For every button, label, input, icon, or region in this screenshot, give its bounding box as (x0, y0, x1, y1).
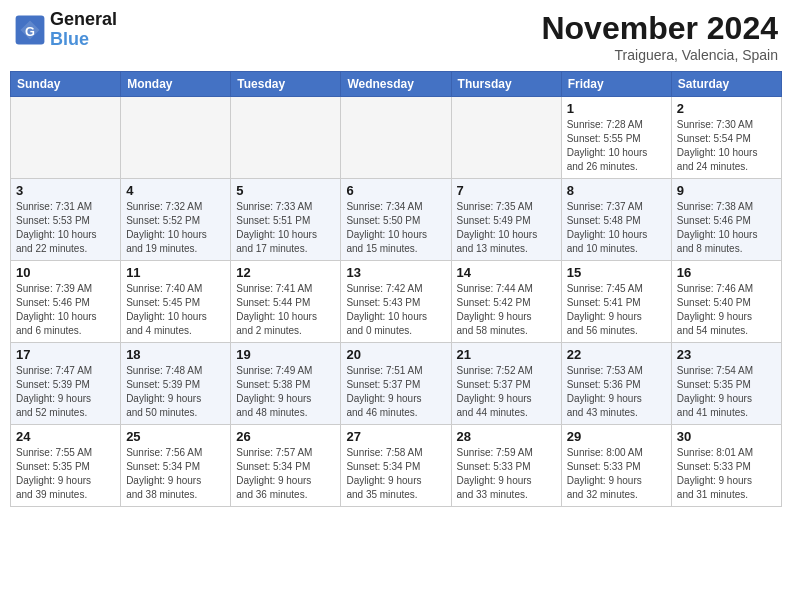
location-subtitle: Traiguera, Valencia, Spain (541, 47, 778, 63)
weekday-header-thursday: Thursday (451, 72, 561, 97)
day-number: 18 (126, 347, 225, 362)
page-header: G GeneralBlue November 2024 Traiguera, V… (10, 10, 782, 63)
calendar-day-cell: 25Sunrise: 7:56 AMSunset: 5:34 PMDayligh… (121, 425, 231, 507)
calendar-day-cell: 9Sunrise: 7:38 AMSunset: 5:46 PMDaylight… (671, 179, 781, 261)
day-info: Sunrise: 7:48 AMSunset: 5:39 PMDaylight:… (126, 364, 225, 420)
day-number: 20 (346, 347, 445, 362)
weekday-header-saturday: Saturday (671, 72, 781, 97)
day-info: Sunrise: 7:52 AMSunset: 5:37 PMDaylight:… (457, 364, 556, 420)
calendar-day-cell: 29Sunrise: 8:00 AMSunset: 5:33 PMDayligh… (561, 425, 671, 507)
calendar-day-cell: 17Sunrise: 7:47 AMSunset: 5:39 PMDayligh… (11, 343, 121, 425)
calendar-day-cell: 21Sunrise: 7:52 AMSunset: 5:37 PMDayligh… (451, 343, 561, 425)
calendar-day-cell: 8Sunrise: 7:37 AMSunset: 5:48 PMDaylight… (561, 179, 671, 261)
day-number: 27 (346, 429, 445, 444)
day-info: Sunrise: 7:37 AMSunset: 5:48 PMDaylight:… (567, 200, 666, 256)
calendar-day-cell: 24Sunrise: 7:55 AMSunset: 5:35 PMDayligh… (11, 425, 121, 507)
weekday-header-tuesday: Tuesday (231, 72, 341, 97)
day-info: Sunrise: 7:32 AMSunset: 5:52 PMDaylight:… (126, 200, 225, 256)
day-number: 3 (16, 183, 115, 198)
weekday-header-row: SundayMondayTuesdayWednesdayThursdayFrid… (11, 72, 782, 97)
day-info: Sunrise: 7:28 AMSunset: 5:55 PMDaylight:… (567, 118, 666, 174)
day-number: 16 (677, 265, 776, 280)
calendar-day-cell (121, 97, 231, 179)
day-number: 29 (567, 429, 666, 444)
logo: G GeneralBlue (14, 10, 117, 50)
day-number: 22 (567, 347, 666, 362)
calendar-day-cell: 23Sunrise: 7:54 AMSunset: 5:35 PMDayligh… (671, 343, 781, 425)
day-number: 13 (346, 265, 445, 280)
day-info: Sunrise: 7:56 AMSunset: 5:34 PMDaylight:… (126, 446, 225, 502)
logo-icon: G (14, 14, 46, 46)
day-info: Sunrise: 7:30 AMSunset: 5:54 PMDaylight:… (677, 118, 776, 174)
day-info: Sunrise: 7:51 AMSunset: 5:37 PMDaylight:… (346, 364, 445, 420)
weekday-header-friday: Friday (561, 72, 671, 97)
day-number: 12 (236, 265, 335, 280)
logo-text: GeneralBlue (50, 10, 117, 50)
day-info: Sunrise: 7:31 AMSunset: 5:53 PMDaylight:… (16, 200, 115, 256)
day-info: Sunrise: 7:58 AMSunset: 5:34 PMDaylight:… (346, 446, 445, 502)
day-info: Sunrise: 7:44 AMSunset: 5:42 PMDaylight:… (457, 282, 556, 338)
calendar-day-cell: 27Sunrise: 7:58 AMSunset: 5:34 PMDayligh… (341, 425, 451, 507)
day-info: Sunrise: 7:39 AMSunset: 5:46 PMDaylight:… (16, 282, 115, 338)
calendar-day-cell: 11Sunrise: 7:40 AMSunset: 5:45 PMDayligh… (121, 261, 231, 343)
calendar-day-cell: 28Sunrise: 7:59 AMSunset: 5:33 PMDayligh… (451, 425, 561, 507)
month-year-title: November 2024 (541, 10, 778, 47)
calendar-day-cell: 4Sunrise: 7:32 AMSunset: 5:52 PMDaylight… (121, 179, 231, 261)
calendar-day-cell: 14Sunrise: 7:44 AMSunset: 5:42 PMDayligh… (451, 261, 561, 343)
day-info: Sunrise: 7:46 AMSunset: 5:40 PMDaylight:… (677, 282, 776, 338)
calendar-day-cell: 2Sunrise: 7:30 AMSunset: 5:54 PMDaylight… (671, 97, 781, 179)
day-info: Sunrise: 7:34 AMSunset: 5:50 PMDaylight:… (346, 200, 445, 256)
day-info: Sunrise: 7:42 AMSunset: 5:43 PMDaylight:… (346, 282, 445, 338)
calendar-day-cell: 6Sunrise: 7:34 AMSunset: 5:50 PMDaylight… (341, 179, 451, 261)
day-info: Sunrise: 7:38 AMSunset: 5:46 PMDaylight:… (677, 200, 776, 256)
calendar-day-cell: 10Sunrise: 7:39 AMSunset: 5:46 PMDayligh… (11, 261, 121, 343)
day-number: 26 (236, 429, 335, 444)
calendar-day-cell: 3Sunrise: 7:31 AMSunset: 5:53 PMDaylight… (11, 179, 121, 261)
calendar-day-cell: 15Sunrise: 7:45 AMSunset: 5:41 PMDayligh… (561, 261, 671, 343)
day-info: Sunrise: 7:53 AMSunset: 5:36 PMDaylight:… (567, 364, 666, 420)
day-info: Sunrise: 7:49 AMSunset: 5:38 PMDaylight:… (236, 364, 335, 420)
calendar-day-cell: 16Sunrise: 7:46 AMSunset: 5:40 PMDayligh… (671, 261, 781, 343)
day-info: Sunrise: 8:00 AMSunset: 5:33 PMDaylight:… (567, 446, 666, 502)
weekday-header-monday: Monday (121, 72, 231, 97)
day-number: 28 (457, 429, 556, 444)
title-block: November 2024 Traiguera, Valencia, Spain (541, 10, 778, 63)
day-number: 14 (457, 265, 556, 280)
weekday-header-sunday: Sunday (11, 72, 121, 97)
calendar-day-cell: 1Sunrise: 7:28 AMSunset: 5:55 PMDaylight… (561, 97, 671, 179)
day-number: 10 (16, 265, 115, 280)
day-number: 5 (236, 183, 335, 198)
calendar-day-cell (341, 97, 451, 179)
calendar-day-cell: 5Sunrise: 7:33 AMSunset: 5:51 PMDaylight… (231, 179, 341, 261)
calendar-week-row: 10Sunrise: 7:39 AMSunset: 5:46 PMDayligh… (11, 261, 782, 343)
calendar-day-cell: 18Sunrise: 7:48 AMSunset: 5:39 PMDayligh… (121, 343, 231, 425)
day-number: 17 (16, 347, 115, 362)
day-info: Sunrise: 7:45 AMSunset: 5:41 PMDaylight:… (567, 282, 666, 338)
day-info: Sunrise: 7:35 AMSunset: 5:49 PMDaylight:… (457, 200, 556, 256)
calendar-day-cell: 20Sunrise: 7:51 AMSunset: 5:37 PMDayligh… (341, 343, 451, 425)
day-info: Sunrise: 7:54 AMSunset: 5:35 PMDaylight:… (677, 364, 776, 420)
calendar-day-cell (11, 97, 121, 179)
calendar-day-cell: 12Sunrise: 7:41 AMSunset: 5:44 PMDayligh… (231, 261, 341, 343)
day-info: Sunrise: 7:41 AMSunset: 5:44 PMDaylight:… (236, 282, 335, 338)
day-info: Sunrise: 7:59 AMSunset: 5:33 PMDaylight:… (457, 446, 556, 502)
calendar-day-cell: 13Sunrise: 7:42 AMSunset: 5:43 PMDayligh… (341, 261, 451, 343)
day-number: 7 (457, 183, 556, 198)
day-info: Sunrise: 7:40 AMSunset: 5:45 PMDaylight:… (126, 282, 225, 338)
day-number: 1 (567, 101, 666, 116)
day-number: 9 (677, 183, 776, 198)
day-number: 8 (567, 183, 666, 198)
day-number: 15 (567, 265, 666, 280)
day-number: 4 (126, 183, 225, 198)
day-info: Sunrise: 7:57 AMSunset: 5:34 PMDaylight:… (236, 446, 335, 502)
day-number: 30 (677, 429, 776, 444)
calendar-day-cell (451, 97, 561, 179)
day-number: 11 (126, 265, 225, 280)
calendar-day-cell: 7Sunrise: 7:35 AMSunset: 5:49 PMDaylight… (451, 179, 561, 261)
day-number: 2 (677, 101, 776, 116)
day-number: 25 (126, 429, 225, 444)
day-info: Sunrise: 7:47 AMSunset: 5:39 PMDaylight:… (16, 364, 115, 420)
svg-text:G: G (25, 23, 35, 38)
day-number: 23 (677, 347, 776, 362)
day-number: 19 (236, 347, 335, 362)
